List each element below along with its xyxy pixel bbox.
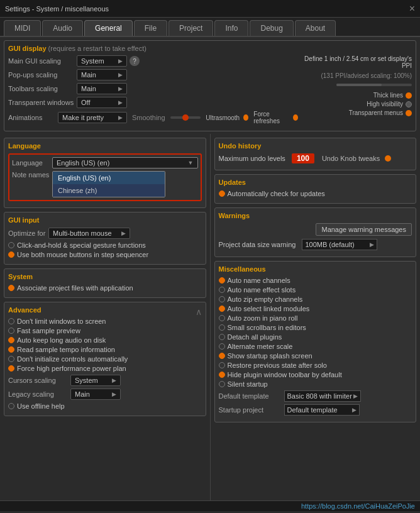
misc-item-10: Hide plugin window toolbar by default [219,371,412,378]
close-button[interactable]: × [409,3,415,14]
legacy-scaling-label: Legacy scaling [8,390,68,398]
advanced-radio-0[interactable] [8,318,14,324]
misc-item-6: Detach all plugins [219,333,412,341]
chevron-right-icon: ▶ [353,393,358,399]
misc-radio-3[interactable] [219,306,225,312]
misc-item-0: Auto name channels [219,277,412,284]
chevron-right-icon: ▶ [118,114,123,121]
ppi-slider[interactable] [336,84,412,86]
tab-info[interactable]: Info [214,20,248,36]
chevron-right-icon: ▶ [118,99,123,106]
use-both-label: Use both mouse buttons in step sequencer [17,251,148,258]
footer-url: https://blog.csdn.net/CaiHuaZeiPoJie [0,500,420,511]
transparent-windows-select[interactable]: Off ▶ [77,97,127,108]
tab-project[interactable]: Project [169,20,213,36]
language-dropdown-list: English (US) (en) Chinese (zh) [52,171,165,197]
titlebar: Settings - System / miscellaneous × [0,0,420,18]
collapse-icon[interactable]: ∧ [196,307,202,317]
language-section: Language Language English (US) (en) ▼ En… [4,138,206,208]
content-area: GUI display (requires a restart to take … [0,37,420,511]
language-select[interactable]: English (US) (en) ▼ [52,157,198,168]
tab-general[interactable]: General [84,20,133,36]
ppi-sub: (131 PPI/advised scaling: 100%) [321,72,412,79]
advanced-radio-1[interactable] [8,328,14,334]
animations-select[interactable]: Make it pretty ▶ [58,112,127,123]
transparent-menus-label: Transparent menus [349,109,403,116]
right-panel: Undo history Maximum undo levels 100 Und… [211,134,421,500]
default-template-select[interactable]: Basic 808 with limiter ▶ [284,390,361,402]
misc-radio-7[interactable] [219,343,225,350]
advanced-radio-5[interactable] [8,365,14,372]
smoothing-label: Smoothing [132,114,165,121]
miscellaneous-section: Miscellaneous Auto name channels Auto na… [214,261,417,422]
advanced-item-3: Read sample tempo information [8,346,202,353]
language-dropdown-wrapper: English (US) (en) ▼ English (US) (en) Ch… [52,157,198,168]
help-button[interactable]: ? [130,56,140,66]
transparent-menus-dot[interactable] [406,110,412,116]
advanced-item-1: Fast sample preview [8,327,202,334]
advanced-radio-4[interactable] [8,356,14,362]
tab-file[interactable]: File [134,20,167,36]
language-option-english[interactable]: English (US) (en) [53,172,165,184]
startup-project-select[interactable]: Default template ▶ [284,404,360,416]
misc-title: Miscellaneous [219,265,412,273]
misc-radio-9[interactable] [219,362,225,368]
tab-midi[interactable]: MIDI [4,20,41,36]
offline-help-radio[interactable] [8,403,14,409]
language-label: Language [12,159,50,167]
thick-lines-row: Thick lines [373,92,412,99]
advanced-section: Advanced ∧ Don't limit windows to screen… [4,302,206,416]
associate-radio[interactable] [8,285,14,291]
misc-radio-11[interactable] [219,381,225,387]
misc-item-11: Silent startup [219,380,412,388]
tab-about[interactable]: About [295,20,336,36]
undo-knob-dot[interactable] [385,155,391,162]
use-both-radio[interactable] [8,251,14,258]
advanced-radio-3[interactable] [8,346,14,353]
system-section: System Associate project files with appl… [4,268,206,298]
language-option-chinese[interactable]: Chinese (zh) [53,184,165,197]
high-visibility-dot[interactable] [406,101,412,108]
main-gui-scaling-label: Main GUI scaling [8,57,74,65]
force-refreshes-label: Force refreshes [253,111,289,124]
force-refreshes-dot[interactable] [293,114,298,121]
misc-radio-4[interactable] [219,315,225,321]
misc-radio-10[interactable] [219,372,225,378]
misc-radio-5[interactable] [219,324,225,331]
tab-debug[interactable]: Debug [250,20,293,36]
cursors-scaling-label: Cursors scaling [8,377,68,384]
ultrasmooth-dot[interactable] [243,114,248,121]
optimize-select[interactable]: Multi-button mouse ▶ [48,228,130,239]
cursors-scaling-select[interactable]: System ▶ [70,375,121,386]
gui-display-section: GUI display (requires a restart to take … [4,40,416,131]
popups-scaling-label: Pop-ups scaling [8,71,74,79]
misc-radio-8[interactable] [219,353,225,359]
updates-section: Updates Automatically check for updates [214,174,417,204]
misc-radio-1[interactable] [219,287,225,293]
legacy-scaling-select[interactable]: Main ▶ [70,389,121,400]
gui-input-section: GUI input Optimize for Multi-button mous… [4,212,206,265]
advanced-item-5: Force high performance power plan [8,365,202,372]
main-gui-scaling-select[interactable]: System ▶ [77,55,127,67]
transparent-windows-label: Transparent windows [8,99,74,106]
smoothing-slider[interactable] [170,116,201,119]
misc-radio-0[interactable] [219,277,225,284]
click-hold-radio[interactable] [8,242,14,248]
tab-audio[interactable]: Audio [42,20,83,36]
popups-scaling-select[interactable]: Main ▶ [77,69,127,80]
misc-radio-2[interactable] [219,296,225,302]
max-undo-value[interactable]: 100 [292,153,314,163]
project-data-label: Project data size warning [219,241,296,248]
project-data-select[interactable]: 100MB (default) ▶ [302,239,377,250]
thick-lines-dot[interactable] [406,92,412,99]
undo-history-title: Undo history [219,142,412,150]
toolbars-scaling-select[interactable]: Main ▶ [77,83,127,94]
manage-warnings-button[interactable]: Manage warning messages [316,223,412,236]
advanced-item-2: Auto keep long audio on disk [8,336,202,344]
gui-display-body: Main GUI scaling System ▶ ? Pop-ups scal… [8,55,412,127]
misc-radio-6[interactable] [219,334,225,340]
auto-check-radio[interactable] [219,190,225,197]
associate-row: Associate project files with application [8,284,202,292]
advanced-radio-2[interactable] [8,337,14,343]
max-undo-label: Maximum undo levels [219,155,285,162]
